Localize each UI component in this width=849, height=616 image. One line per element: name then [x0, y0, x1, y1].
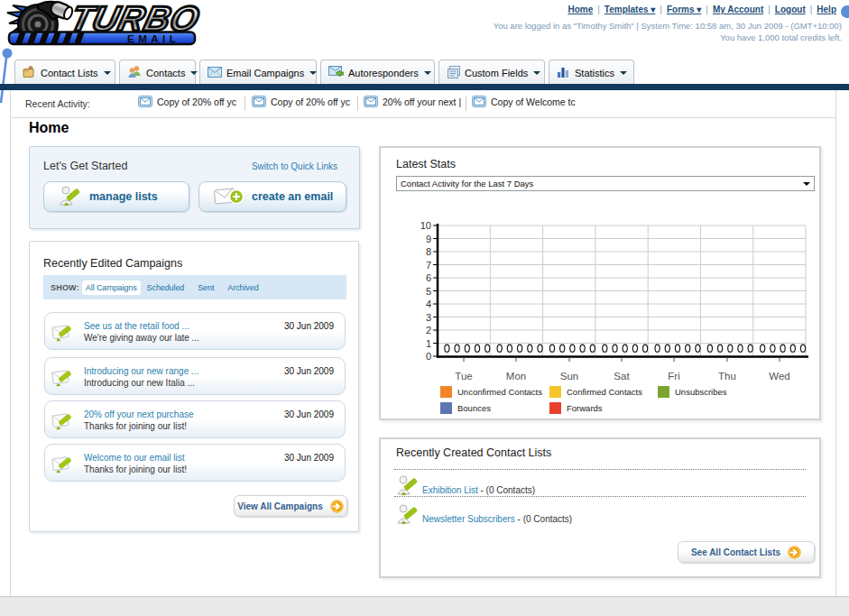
svg-text:6: 6: [426, 272, 431, 283]
svg-text:9: 9: [426, 234, 431, 244]
svg-text:8: 8: [426, 246, 431, 257]
svg-text:10: 10: [420, 220, 431, 231]
svg-text:EMAIL: EMAIL: [127, 33, 180, 44]
svg-text:3: 3: [426, 312, 431, 323]
svg-text:Wed: Wed: [769, 371, 789, 382]
svg-text:Sat: Sat: [614, 371, 630, 382]
svg-text:4: 4: [426, 299, 431, 309]
svg-text:Mon: Mon: [506, 371, 526, 382]
svg-text:Fri: Fri: [668, 371, 679, 382]
svg-text:Sun: Sun: [560, 371, 578, 382]
svg-text:2: 2: [426, 325, 431, 336]
svg-text:0: 0: [426, 351, 431, 362]
svg-text:7: 7: [426, 260, 431, 271]
svg-text:1: 1: [426, 338, 431, 349]
svg-text:Thu: Thu: [718, 371, 736, 382]
svg-text:Tue: Tue: [455, 371, 472, 382]
svg-text:5: 5: [426, 286, 431, 297]
